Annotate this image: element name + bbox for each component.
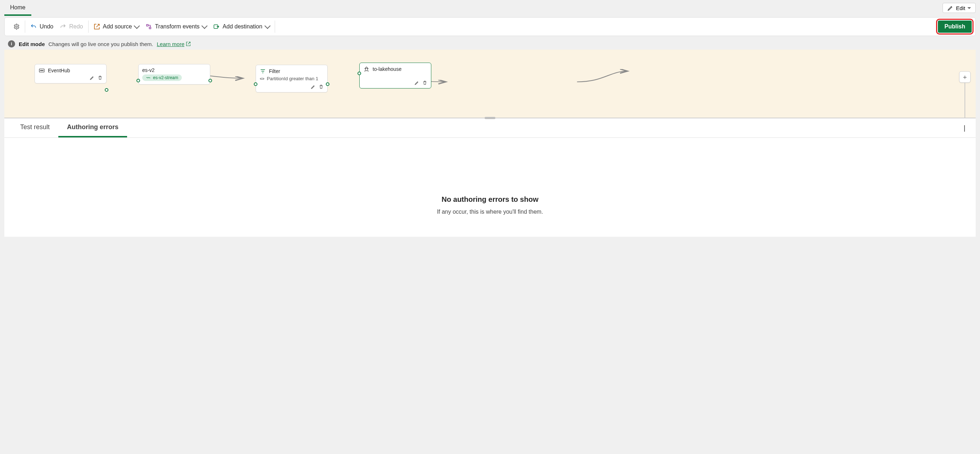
node-input-port[interactable] [254, 83, 258, 86]
edit-dropdown-label: Edit [956, 5, 965, 11]
settings-gear-icon[interactable] [13, 23, 20, 30]
undo-icon [30, 23, 37, 30]
svg-point-3 [40, 70, 41, 71]
tab-test-result[interactable]: Test result [11, 118, 58, 137]
node-stream-label: es-v2 [142, 67, 154, 73]
learn-more-label: Learn more [157, 41, 185, 47]
toolbar: Undo Redo Add source Transform events Ad… [4, 17, 976, 36]
edit-node-icon[interactable] [414, 80, 420, 85]
delete-node-icon[interactable] [97, 75, 103, 80]
empty-state-title: No authoring errors to show [4, 195, 976, 204]
add-source-icon [94, 23, 100, 30]
node-filter[interactable]: Filter PartitionId greater than 1 [256, 65, 328, 92]
svg-point-4 [41, 70, 42, 71]
lakehouse-icon [363, 66, 370, 72]
stream-icon [146, 75, 151, 80]
edit-node-icon[interactable] [90, 75, 95, 80]
add-destination-label: Add destination [223, 23, 262, 30]
filter-condition-text: PartitionId greater than 1 [267, 76, 318, 81]
collapse-panel-button[interactable] [961, 122, 969, 135]
info-icon: i [8, 40, 15, 48]
add-destination-button[interactable]: Add destination [213, 23, 269, 30]
edit-node-icon[interactable] [311, 84, 316, 89]
edit-mode-message: Changes will go live once you publish th… [49, 41, 153, 47]
panel-resize-handle[interactable] [485, 117, 495, 119]
edit-mode-info-bar: i Edit mode Changes will go live once yo… [4, 38, 976, 50]
filter-icon [259, 68, 266, 75]
chevron-down-icon [964, 125, 965, 132]
empty-state-subtitle: If any occur, this is where you'll find … [4, 209, 976, 215]
add-button-stem [964, 83, 965, 118]
flow-canvas[interactable]: EventHub es-v2 es-v2-stream Filter [4, 50, 976, 118]
undo-button[interactable]: Undo [30, 23, 53, 30]
add-source-button[interactable]: Add source [94, 23, 139, 30]
add-node-button[interactable]: ＋ [959, 71, 970, 83]
delete-node-icon[interactable] [422, 80, 427, 85]
svg-point-0 [16, 26, 18, 28]
node-input-port[interactable] [358, 71, 361, 75]
condition-icon [259, 76, 265, 81]
node-source-label: EventHub [48, 68, 70, 73]
learn-more-link[interactable]: Learn more [157, 41, 191, 47]
node-destination-label: to-lakehouse [372, 66, 401, 72]
undo-label: Undo [40, 23, 53, 30]
stream-name-label: es-v2-stream [153, 75, 178, 80]
transform-events-label: Transform events [155, 23, 199, 30]
svg-rect-6 [261, 78, 264, 79]
chevron-down-icon [202, 23, 208, 29]
redo-label: Redo [69, 23, 83, 30]
node-stream[interactable]: es-v2 es-v2-stream [138, 64, 210, 84]
chevron-down-icon [134, 23, 140, 29]
publish-button[interactable]: Publish [938, 21, 972, 33]
external-link-icon [186, 41, 191, 46]
node-output-port[interactable] [326, 83, 329, 86]
transform-events-button[interactable]: Transform events [145, 23, 207, 30]
svg-point-5 [43, 70, 43, 71]
node-destination-lakehouse[interactable]: to-lakehouse [359, 63, 431, 89]
eventhub-icon [38, 67, 45, 74]
caret-down-icon [967, 7, 971, 9]
redo-button: Redo [60, 23, 83, 30]
tab-authoring-errors[interactable]: Authoring errors [58, 118, 127, 137]
node-filter-label: Filter [269, 68, 280, 74]
delete-node-icon[interactable] [319, 84, 324, 89]
edit-mode-label: Edit mode [19, 41, 45, 47]
bottom-panel: Test result Authoring errors No authorin… [4, 118, 976, 237]
node-output-port[interactable] [208, 79, 212, 83]
node-source-eventhub[interactable]: EventHub [35, 64, 107, 83]
edit-dropdown-button[interactable]: Edit [943, 3, 976, 13]
stream-pill: es-v2-stream [142, 75, 182, 81]
redo-icon [60, 23, 66, 30]
pencil-icon [947, 5, 954, 11]
node-output-port[interactable] [105, 88, 108, 92]
transform-icon [145, 23, 152, 30]
add-source-label: Add source [103, 23, 132, 30]
tab-home[interactable]: Home [4, 2, 31, 16]
node-input-port[interactable] [137, 79, 140, 83]
add-destination-icon [213, 23, 220, 30]
chevron-down-icon [264, 23, 270, 29]
